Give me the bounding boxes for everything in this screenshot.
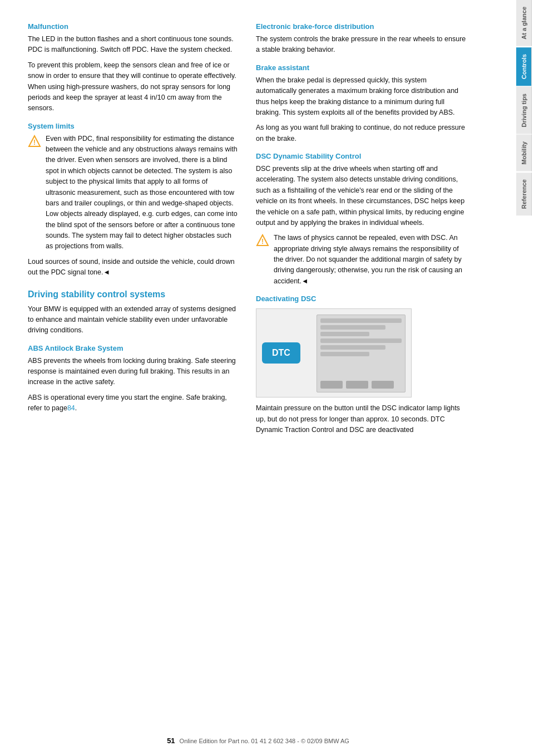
main-content: Malfunction The LED in the button flashe… bbox=[0, 0, 516, 756]
sidebar-tab-at-a-glance-label: At a glance bbox=[521, 7, 527, 40]
sidebar-tabs: At a glance Controls Driving tips Mobili… bbox=[516, 0, 534, 756]
malfunction-heading: Malfunction bbox=[28, 22, 239, 31]
sidebar-tab-driving-tips[interactable]: Driving tips bbox=[516, 87, 532, 134]
abs-p2: ABS is operational every time you start … bbox=[28, 392, 239, 414]
sidebar-tab-mobility-label: Mobility bbox=[521, 141, 527, 165]
sidebar-tab-driving-tips-label: Driving tips bbox=[521, 94, 527, 127]
dsc-warning-triangle-icon: ! bbox=[256, 234, 269, 247]
dtc-small-btn-3 bbox=[372, 381, 394, 389]
system-limits-warning-block: ! Even with PDC, final responsibility fo… bbox=[28, 134, 239, 252]
dtc-screen-display bbox=[317, 315, 406, 392]
brake-assistant-heading: Brake assistant bbox=[256, 63, 467, 72]
abs-p2-text: ABS is operational every time you start … bbox=[28, 394, 227, 412]
page-footer: 51 Online Edition for Part no. 01 41 2 6… bbox=[0, 737, 516, 745]
dtc-screen-line-4 bbox=[320, 338, 402, 343]
system-limits-warning-text: Even with PDC, final responsibility for … bbox=[46, 134, 239, 252]
brake-assistant-p1: When the brake pedal is depressed quickl… bbox=[256, 75, 467, 119]
deactivating-dsc-heading: Deactivating DSC bbox=[256, 294, 467, 303]
svg-text:!: ! bbox=[261, 238, 264, 246]
abs-page-link[interactable]: 84 bbox=[67, 404, 75, 412]
sidebar-tab-reference-label: Reference bbox=[521, 179, 527, 209]
dsc-warning-text: The laws of physics cannot be repealed, … bbox=[274, 233, 467, 287]
dtc-screen-line-5 bbox=[320, 345, 385, 350]
footer-text: Online Edition for Part no. 01 41 2 602 … bbox=[180, 738, 349, 744]
system-limits-heading: System limits bbox=[28, 122, 239, 130]
dsc-heading: DSC Dynamic Stability Control bbox=[256, 152, 467, 160]
driving-stability-heading: Driving stability control systems bbox=[28, 289, 239, 300]
right-column: Electronic brake-force distribution The … bbox=[256, 22, 467, 440]
left-column: Malfunction The LED in the button flashe… bbox=[28, 22, 239, 440]
svg-text:!: ! bbox=[33, 139, 36, 146]
sidebar-tab-reference[interactable]: Reference bbox=[516, 173, 532, 215]
dtc-small-btn-2 bbox=[346, 381, 368, 389]
brake-assistant-p2: As long as you want full braking to cont… bbox=[256, 122, 467, 144]
dtc-image: DTC bbox=[256, 308, 412, 397]
two-column-layout: Malfunction The LED in the button flashe… bbox=[28, 22, 494, 440]
sidebar-tab-controls-label: Controls bbox=[521, 54, 527, 79]
abs-p2-end: . bbox=[75, 404, 77, 412]
dtc-screen-line-1 bbox=[320, 318, 402, 323]
dsc-warning-block: ! The laws of physics cannot be repealed… bbox=[256, 233, 467, 287]
dtc-small-btn-1 bbox=[320, 381, 343, 389]
deactivating-dsc-p1: Maintain pressure on the button until th… bbox=[256, 403, 467, 435]
system-limits-p2: Loud sources of sound, inside and outsid… bbox=[28, 257, 239, 278]
dtc-screen-line-3 bbox=[320, 332, 369, 336]
dtc-screen-line-6 bbox=[320, 352, 369, 356]
dtc-button-label: DTC bbox=[262, 342, 300, 364]
ebfd-heading: Electronic brake-force distribution bbox=[256, 22, 467, 31]
ebfd-p1: The system controls the brake pressure i… bbox=[256, 34, 467, 56]
abs-heading: ABS Antilock Brake System bbox=[28, 344, 239, 352]
page-number: 51 bbox=[167, 737, 175, 745]
driving-stability-p1: Your BMW is equipped with an extended ar… bbox=[28, 304, 239, 336]
abs-p1: ABS prevents the wheels from locking dur… bbox=[28, 356, 239, 388]
warning-triangle-icon: ! bbox=[28, 135, 41, 148]
malfunction-p2: To prevent this problem, keep the sensor… bbox=[28, 60, 239, 114]
malfunction-p1: The LED in the button flashes and a shor… bbox=[28, 34, 239, 56]
dsc-p1: DSC prevents slip at the drive wheels wh… bbox=[256, 164, 467, 228]
sidebar-tab-at-a-glance[interactable]: At a glance bbox=[516, 0, 532, 46]
sidebar-tab-controls[interactable]: Controls bbox=[516, 47, 532, 86]
dtc-screen-line-2 bbox=[320, 325, 385, 330]
dtc-bottom-buttons bbox=[320, 381, 402, 389]
page-container: Malfunction The LED in the button flashe… bbox=[0, 0, 534, 756]
sidebar-tab-mobility[interactable]: Mobility bbox=[516, 135, 532, 171]
